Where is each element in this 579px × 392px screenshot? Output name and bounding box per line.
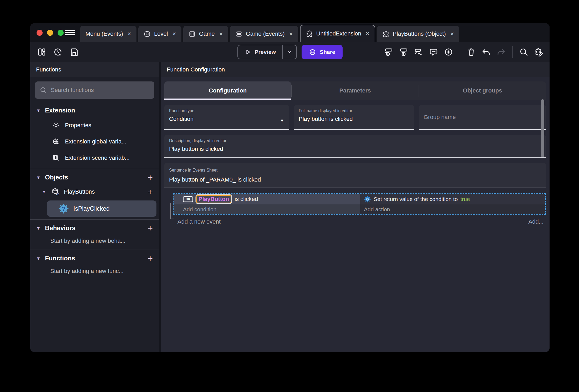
- section-behaviors[interactable]: ▾ Behaviors +: [30, 221, 159, 235]
- save-icon[interactable]: [70, 48, 79, 56]
- maximize-window-button[interactable]: [58, 30, 64, 36]
- chevron-down-icon[interactable]: ▾: [37, 255, 45, 261]
- tab-playbuttons-object[interactable]: PlayButtons (Object) ×: [377, 26, 459, 42]
- function-type-select[interactable]: Function type Condition ▼: [164, 105, 289, 130]
- events-sheet-icon: [235, 30, 242, 38]
- add-action-button[interactable]: Add action: [360, 204, 545, 214]
- action-row[interactable]: Set return value of the condition to tru…: [360, 194, 545, 204]
- preview-button[interactable]: Preview: [237, 45, 297, 59]
- trash-icon[interactable]: [467, 48, 476, 56]
- add-object-function-button[interactable]: +: [146, 187, 154, 196]
- condition-object-chip[interactable]: PlayButton: [196, 195, 231, 203]
- sentence-input[interactable]: [169, 176, 541, 183]
- comment-icon[interactable]: [429, 48, 438, 56]
- add-condition-button[interactable]: Add condition: [174, 204, 360, 214]
- action-value[interactable]: true: [460, 196, 470, 202]
- chevron-down-icon[interactable]: ▾: [37, 174, 45, 180]
- add-subevent-icon[interactable]: [399, 48, 408, 56]
- sidebar-item-playbuttons[interactable]: ▾ 2D PlayButtons +: [30, 184, 159, 199]
- action-text: Set return value of the condition to: [374, 196, 458, 202]
- tab-close-icon[interactable]: ×: [172, 30, 176, 38]
- condition-row[interactable]: OK PlayButton is clicked: [174, 194, 360, 204]
- full-name-field[interactable]: Full name displayed in editor: [294, 105, 414, 130]
- configuration-tabs: Configuration Parameters Object groups: [164, 81, 546, 100]
- add-custom-event-icon[interactable]: [414, 48, 423, 56]
- section-objects[interactable]: ▾ Objects +: [30, 171, 159, 184]
- gear-icon: [52, 122, 60, 129]
- sidebar-item-isplayclicked[interactable]: ? IsPlayClicked: [47, 200, 156, 217]
- tab-close-icon[interactable]: ×: [128, 30, 131, 38]
- sidebar-divider: [30, 250, 159, 250]
- undo-icon[interactable]: [482, 48, 491, 56]
- functions-sidebar: Functions ▾ Extension Propert: [30, 62, 159, 352]
- layout-icon[interactable]: [37, 48, 46, 56]
- description-input[interactable]: [169, 146, 541, 152]
- sidebar-item-properties[interactable]: Properties: [30, 117, 159, 133]
- film-icon: [189, 30, 196, 38]
- puzzle-icon: [306, 30, 313, 37]
- chevron-down-icon[interactable]: ▾: [37, 107, 45, 114]
- chevron-down-icon[interactable]: ▾: [43, 189, 51, 195]
- tab-untitled-extension[interactable]: UntitledExtension ×: [300, 25, 375, 42]
- sidebar-item-label: PlayButtons: [64, 188, 146, 195]
- tab-parameters[interactable]: Parameters: [292, 81, 418, 100]
- chevron-down-icon[interactable]: ▾: [37, 225, 45, 231]
- history-icon[interactable]: [53, 48, 62, 56]
- toolbar-left-group: [37, 42, 79, 62]
- section-functions[interactable]: ▾ Functions +: [30, 251, 159, 265]
- group-name-field[interactable]: [419, 105, 546, 130]
- tab-label: Parameters: [339, 87, 371, 94]
- vertical-scrollbar[interactable]: [541, 99, 544, 157]
- tab-close-icon[interactable]: ×: [366, 30, 369, 37]
- close-window-button[interactable]: [37, 30, 43, 36]
- search-icon[interactable]: [519, 48, 528, 56]
- panel-seam: [159, 62, 161, 352]
- search-functions-input[interactable]: [51, 87, 150, 94]
- actions-column: Set return value of the condition to tru…: [360, 194, 545, 214]
- edit-extension-icon[interactable]: [534, 48, 543, 56]
- add-new-event-button[interactable]: Add a new event: [177, 218, 221, 225]
- share-button[interactable]: Share: [302, 45, 342, 59]
- add-behavior-button[interactable]: +: [146, 224, 154, 233]
- tab-close-icon[interactable]: ×: [450, 30, 454, 38]
- tab-close-icon[interactable]: ×: [219, 30, 223, 38]
- add-function-button[interactable]: +: [146, 254, 154, 263]
- section-label: Objects: [45, 174, 146, 181]
- main-menu-icon[interactable]: [65, 30, 75, 35]
- sentence-field[interactable]: Sentence in Events Sheet: [164, 163, 546, 188]
- add-circle-icon[interactable]: [444, 48, 453, 56]
- sidebar-item-extension-global-variables[interactable]: Extension global varia...: [30, 133, 159, 150]
- tab-configuration[interactable]: Configuration: [164, 81, 291, 100]
- group-name-input[interactable]: [424, 114, 541, 121]
- chevron-down-icon: [287, 49, 292, 55]
- function-return-gear-icon: [364, 196, 371, 203]
- preview-options-button[interactable]: [283, 45, 296, 59]
- condition-function-icon: ?: [58, 203, 69, 214]
- add-condition-label: Add condition: [183, 206, 216, 213]
- add-event-icon[interactable]: [384, 48, 393, 56]
- tab-level[interactable]: Level ×: [138, 26, 181, 42]
- event-tree-connector: [170, 203, 174, 219]
- search-functions-box[interactable]: [35, 81, 154, 99]
- screenshot-canvas: Menu (Events) × Level × Game ×: [0, 0, 579, 392]
- content-area: Functions ▾ Extension Propert: [30, 62, 550, 352]
- description-field[interactable]: Description, displayed in editor: [164, 135, 546, 158]
- tab-game[interactable]: Game ×: [183, 26, 228, 42]
- tab-object-groups[interactable]: Object groups: [419, 81, 546, 100]
- dropdown-arrow-icon: ▼: [280, 118, 284, 123]
- globe-variable-icon: [52, 138, 60, 145]
- add-more-button[interactable]: Add...: [529, 218, 544, 225]
- tab-game-events[interactable]: Game (Events) ×: [230, 26, 298, 42]
- selected-event[interactable]: OK PlayButton is clicked Add condition: [173, 193, 546, 215]
- full-name-input[interactable]: [299, 116, 409, 122]
- tab-label: Level: [154, 30, 168, 37]
- minimize-window-button[interactable]: [47, 30, 53, 36]
- add-object-button[interactable]: +: [146, 173, 154, 182]
- tab-menu-events[interactable]: Menu (Events) ×: [80, 26, 136, 42]
- section-extension[interactable]: ▾ Extension: [30, 104, 159, 117]
- redo-icon[interactable]: [497, 48, 506, 56]
- tab-close-icon[interactable]: ×: [289, 30, 293, 38]
- sidebar-item-extension-scene-variables[interactable]: Extension scene variab...: [30, 150, 159, 166]
- main-title-label: Function Configuration: [167, 66, 225, 73]
- tab-label: Game: [199, 30, 215, 37]
